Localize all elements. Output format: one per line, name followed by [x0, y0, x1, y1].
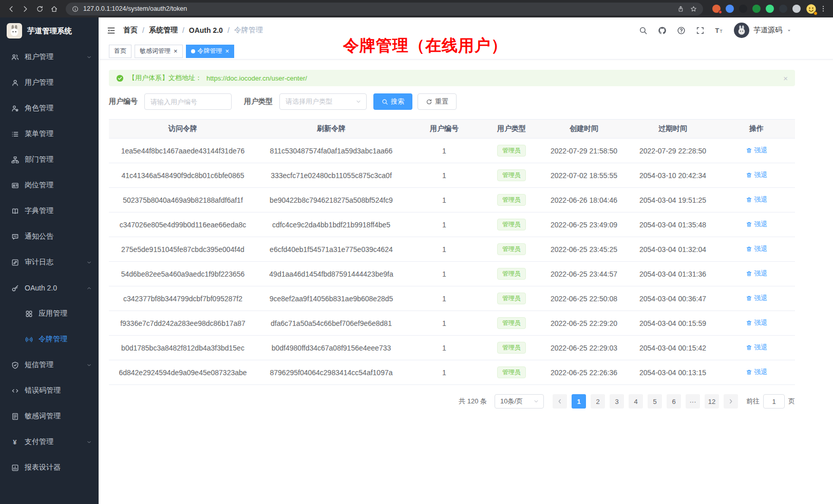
user-id-cell: 1: [406, 311, 483, 336]
breadcrumb-item[interactable]: OAuth 2.0: [189, 26, 223, 34]
view-tab[interactable]: 敏感词管理×: [135, 45, 183, 58]
address-bar[interactable]: 127.0.0.1:1024/system/oauth2/token: [66, 3, 703, 15]
force-logout-button[interactable]: 强退: [746, 220, 768, 229]
tab-close-icon[interactable]: ×: [174, 48, 178, 54]
refresh-token-cell: dfa6c71a50a54c66bef706ef9e6e8d81: [257, 311, 406, 336]
sidebar-item-post[interactable]: 岗位管理: [0, 172, 99, 198]
browser-profile-avatar[interactable]: [806, 4, 817, 14]
sidebar-item-label: 用户管理: [25, 78, 53, 87]
pager-more-button[interactable]: ···: [686, 394, 700, 409]
user-menu[interactable]: 芋道源码: [734, 23, 792, 38]
page-button-12[interactable]: 12: [705, 394, 719, 409]
site-info-icon[interactable]: [72, 6, 79, 12]
sidebar-item-oauth2-token[interactable]: 令牌管理: [0, 326, 99, 352]
next-page-button[interactable]: [724, 394, 738, 409]
sidebar-item-oauth2-app[interactable]: 应用管理: [0, 301, 99, 326]
force-logout-button[interactable]: 强退: [746, 318, 768, 327]
search-icon[interactable]: [639, 26, 648, 35]
page-buttons: 123456···12: [572, 394, 719, 409]
extension-icon[interactable]: [712, 5, 721, 13]
sidebar-item-oauth2[interactable]: OAuth 2.0: [0, 275, 99, 301]
view-tab[interactable]: 令牌管理×: [186, 45, 235, 58]
sidebar-item-dept[interactable]: 部门管理: [0, 147, 99, 172]
force-logout-button[interactable]: 强退: [746, 195, 768, 204]
breadcrumb-item[interactable]: 首页: [123, 26, 138, 35]
page-button-5[interactable]: 5: [648, 394, 662, 409]
extension-icon[interactable]: [766, 5, 774, 13]
create-time-cell: 2022-06-25 22:50:08: [540, 286, 628, 311]
github-icon[interactable]: [658, 26, 667, 35]
sidebar-item-label: 令牌管理: [39, 335, 67, 344]
sidebar-item-menu[interactable]: 菜单管理: [0, 121, 99, 147]
user-type-cell: 管理员: [483, 237, 540, 262]
sidebar-item-role[interactable]: 角色管理: [0, 95, 99, 121]
font-size-icon[interactable]: TT: [715, 26, 724, 35]
share-icon[interactable]: [677, 6, 684, 12]
extension-icon[interactable]: [726, 5, 734, 13]
extension-icon[interactable]: [779, 5, 787, 13]
extension-icon[interactable]: [739, 5, 747, 13]
sidebar-item-dict[interactable]: 字典管理: [0, 198, 99, 224]
breadcrumb-separator: /: [142, 26, 144, 34]
page-button-2[interactable]: 2: [591, 394, 605, 409]
browser-forward-button[interactable]: [18, 2, 32, 15]
expire-time-cell: 2054-03-04 00:15:42: [628, 336, 718, 360]
action-cell: 强退: [718, 360, 795, 385]
browser-home-button[interactable]: [47, 2, 61, 15]
user-type-cell: 管理员: [483, 212, 540, 237]
refresh-token-cell: 9ce8ef2aa9f14056b831ae9b608e28d5: [257, 286, 406, 311]
tab-close-icon[interactable]: ×: [225, 48, 230, 54]
force-logout-button[interactable]: 强退: [746, 367, 768, 377]
sidebar-item-notice[interactable]: 通知公告: [0, 224, 99, 249]
help-icon[interactable]: [677, 26, 686, 35]
sidebar-item-error-code[interactable]: 错误码管理: [0, 378, 99, 403]
reset-button[interactable]: 重置: [418, 93, 457, 110]
user-type-badge: 管理员: [497, 342, 526, 354]
table-row: c347026e805e4d99b0d116eae66eda8ccdfc4ce9…: [109, 212, 795, 237]
extension-icon[interactable]: [752, 5, 761, 13]
force-logout-button[interactable]: 强退: [746, 269, 768, 278]
user-id-input[interactable]: [144, 93, 232, 110]
prev-page-button[interactable]: [553, 394, 567, 409]
browser-reload-button[interactable]: [33, 2, 46, 15]
tab-label: 令牌管理: [198, 47, 222, 55]
alert-doc-link[interactable]: https://doc.iocoder.cn/user-center/: [206, 74, 307, 82]
extension-icon[interactable]: [792, 5, 801, 13]
force-logout-button[interactable]: 强退: [746, 294, 768, 303]
goto-page-input[interactable]: [763, 394, 785, 409]
breadcrumb-item[interactable]: 系统管理: [149, 26, 178, 35]
sidebar-item-pay[interactable]: ¥支付管理: [0, 429, 99, 455]
create-time-cell: 2022-06-25 22:29:20: [540, 311, 628, 336]
force-logout-button[interactable]: 强退: [746, 343, 768, 352]
user-type-cell: 管理员: [483, 311, 540, 336]
page-button-3[interactable]: 3: [610, 394, 624, 409]
sidebar-item-tenant[interactable]: 租户管理: [0, 44, 99, 70]
sidebar-collapse-icon[interactable]: [107, 26, 116, 35]
view-tab[interactable]: 首页: [109, 45, 131, 58]
fullscreen-icon[interactable]: [696, 26, 705, 35]
force-logout-button[interactable]: 强退: [746, 170, 768, 180]
user-type-badge: 管理员: [497, 219, 526, 230]
bookmark-star-icon[interactable]: [690, 6, 697, 12]
alert-close-icon[interactable]: ×: [783, 74, 788, 82]
page-button-1[interactable]: 1: [572, 394, 586, 409]
sidebar-item-sms[interactable]: 短信管理: [0, 352, 99, 378]
refresh-token-cell: e6cfd40eb1f54571a31e775e039c4624: [257, 237, 406, 262]
page-button-6[interactable]: 6: [667, 394, 681, 409]
sidebar-item-sensitive-word[interactable]: 敏感词管理: [0, 403, 99, 429]
page-button-4[interactable]: 4: [629, 394, 643, 409]
search-button[interactable]: 搜索: [373, 93, 412, 110]
browser-menu-icon[interactable]: [818, 5, 829, 12]
force-logout-button[interactable]: 强退: [746, 244, 768, 254]
user-type-badge: 管理员: [497, 145, 526, 157]
browser-back-button[interactable]: [4, 2, 17, 15]
page-size-select[interactable]: 10条/页: [495, 394, 544, 409]
sidebar-item-report-designer[interactable]: 报表设计器: [0, 455, 99, 480]
access-token-cell: c342377bf8b344799dcbf7bf095287f2: [109, 286, 257, 311]
force-logout-button[interactable]: 强退: [746, 146, 768, 155]
sidebar-item-label: 短信管理: [25, 360, 53, 370]
user-type-select[interactable]: 请选择用户类型: [279, 93, 367, 110]
extension-badge: [718, 10, 722, 14]
sidebar-item-audit-log[interactable]: 审计日志: [0, 249, 99, 275]
sidebar-item-user[interactable]: 用户管理: [0, 70, 99, 95]
